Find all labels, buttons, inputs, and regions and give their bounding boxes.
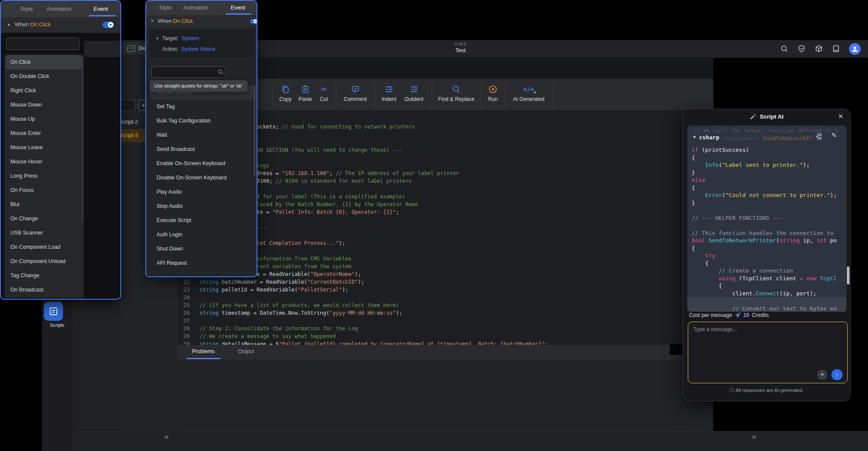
- event-option[interactable]: Long Press: [4, 169, 84, 183]
- tab-style[interactable]: Style: [20, 6, 33, 12]
- active-tab-underline: [187, 358, 221, 359]
- action-option[interactable]: Auth Login: [150, 228, 256, 242]
- action-option[interactable]: Shut Down: [150, 242, 256, 256]
- ai-code-line: // This function handles the connection …: [692, 229, 834, 237]
- action-value[interactable]: System Notice: [181, 46, 215, 52]
- target-value[interactable]: System: [182, 35, 199, 41]
- action-option[interactable]: Play Audio: [150, 185, 256, 199]
- tab-event[interactable]: Event: [94, 6, 108, 12]
- code-line: 13string labelTemplate = "Pallet Info: B…: [178, 208, 713, 216]
- cost-value: 10: [743, 312, 749, 318]
- action-option[interactable]: Send Broadcast: [150, 142, 256, 157]
- action-option[interactable]: Stop Audio: [150, 199, 256, 213]
- event-toggle[interactable]: [103, 22, 114, 28]
- chevron-down-icon[interactable]: ▼: [156, 37, 159, 41]
- ai-code-line: using (TcpClient client = new TcpCl: [692, 275, 837, 282]
- code-line: 19// Step 1: Gather information from CMS…: [178, 255, 713, 263]
- code-line: 17Info("Starting Pallet Completion Proce…: [178, 239, 713, 247]
- bottom-bar: « »: [72, 431, 868, 451]
- edit-pencil-icon[interactable]: ✎: [831, 132, 837, 139]
- package-icon[interactable]: [815, 44, 823, 53]
- tab-animation[interactable]: Animation: [47, 6, 72, 12]
- search-icon[interactable]: [780, 44, 789, 53]
- chevron-down-icon[interactable]: ▼: [693, 135, 696, 139]
- event-option[interactable]: Blur: [4, 197, 84, 212]
- magic-wand-icon: [750, 113, 756, 120]
- expand-right-icon[interactable]: »: [749, 432, 759, 441]
- ai-generated-button[interactable]: </> AI Generated: [507, 83, 550, 102]
- event-option[interactable]: On Double Click: [4, 69, 84, 84]
- target-action-box: ▼ Target: System Action: System Notice: [150, 30, 253, 58]
- code-line: 2using System.Net.Sockets; // Used for c…: [178, 123, 713, 131]
- ai-code-block[interactable]: // We call the helper function defined a…: [687, 125, 846, 312]
- book-icon[interactable]: [832, 44, 840, 53]
- attach-button[interactable]: +: [817, 370, 827, 380]
- action-list-scrollbar[interactable]: [254, 85, 255, 176]
- event-option[interactable]: Right Click: [4, 84, 84, 98]
- event-option[interactable]: On Component Unload: [4, 254, 84, 269]
- code-editor[interactable]: 1using System;2using System.Net.Sockets;…: [178, 110, 713, 345]
- info-icon: ⓘ: [730, 388, 736, 393]
- event-option[interactable]: Mouse Hover: [4, 155, 84, 169]
- chevron-down-icon[interactable]: ▼: [150, 19, 154, 23]
- outdent-button[interactable]: Outdent: [394, 83, 434, 102]
- send-button[interactable]: ↑: [831, 369, 843, 380]
- when-value[interactable]: On Click: [173, 18, 193, 24]
- action-option[interactable]: Bulk Tag Configuration: [150, 114, 256, 128]
- action-option-list: System NoticeSet TagBulk Tag Configurati…: [150, 85, 256, 270]
- ai-code-line: {: [692, 154, 695, 162]
- shield-check-icon[interactable]: [797, 44, 806, 53]
- event-option[interactable]: Tag Change: [4, 269, 84, 283]
- tab-event[interactable]: Event: [231, 4, 245, 11]
- action-option[interactable]: Set Tag: [150, 100, 256, 114]
- tooltip: Use straight quotes for strings: "str" o…: [150, 80, 248, 92]
- event-option[interactable]: Mouse Up: [4, 112, 84, 126]
- code-line: 21string operatorName = ReadVariable("Op…: [178, 270, 713, 278]
- action-option[interactable]: Execute Script: [150, 213, 256, 228]
- tab-animation[interactable]: Animation: [183, 4, 208, 11]
- action-option[interactable]: Wait: [150, 128, 256, 142]
- event-option[interactable]: Mouse Down: [4, 98, 84, 112]
- event-option-selected[interactable]: On Click: [6, 55, 82, 69]
- debug-code-icon: </>: [127, 45, 135, 52]
- when-value[interactable]: On Click: [30, 22, 50, 28]
- action-properties-panel: Style Animation Event ▼ When On Click ▼ …: [145, 0, 257, 277]
- event-toggle[interactable]: [250, 19, 257, 24]
- event-search-input[interactable]: [6, 38, 79, 50]
- collapse-left-icon[interactable]: «: [162, 432, 171, 441]
- event-option[interactable]: On Focus: [4, 183, 84, 197]
- code-line: 30string detailsMessage = $"Pallet {pall…: [178, 340, 713, 345]
- event-option[interactable]: USB Scanner: [4, 226, 84, 240]
- event-option[interactable]: On Change: [4, 212, 84, 226]
- bottom-tab-bar: Problems Output: [178, 345, 713, 360]
- user-avatar[interactable]: [849, 43, 861, 55]
- action-search-input[interactable]: [151, 66, 226, 78]
- insert-code-icon[interactable]: [815, 133, 822, 140]
- event-option[interactable]: On Broadcast: [4, 283, 84, 297]
- topbar-actions: [780, 43, 861, 55]
- event-option[interactable]: On Component Load: [4, 240, 84, 254]
- tab-problems[interactable]: Problems: [192, 348, 215, 354]
- code-line: 5// --- CONFIGURATION SECTION (You will …: [178, 146, 713, 154]
- action-option[interactable]: Enable On-Screen Keyboard: [150, 157, 256, 171]
- action-option[interactable]: Disable On-Screen Keyboard: [150, 171, 256, 185]
- ai-code-line: {: [692, 260, 708, 267]
- close-icon[interactable]: ✕: [838, 113, 843, 120]
- ai-code-line: Info("Label sent to printer.");: [692, 161, 810, 169]
- app-title: 2.38.0 Test: [426, 41, 495, 54]
- ai-code-line: // --- HELPER FUNCTIONS ---: [692, 214, 783, 222]
- version-label: 2.38.0: [426, 41, 495, 47]
- scripts-rail-label: Scripts: [42, 323, 72, 328]
- scripts-rail-button[interactable]: [44, 302, 63, 321]
- script-ai-scrollbar[interactable]: [847, 266, 849, 285]
- chevron-down-icon[interactable]: ▼: [7, 23, 11, 27]
- code-line: 7// Printer IP Settings: [178, 162, 713, 169]
- tab-style[interactable]: Style: [159, 4, 172, 11]
- tab-output[interactable]: Output: [238, 348, 254, 354]
- ghost-code-line: ntSuccess = SendToNetworkPrinter(s: [722, 135, 813, 141]
- action-option[interactable]: API Request: [150, 256, 256, 270]
- event-list-scrollbar[interactable]: [82, 57, 83, 221]
- code-line: 11// The text to send for your label (Th…: [178, 193, 713, 200]
- event-option[interactable]: Mouse Leave: [4, 141, 84, 155]
- event-option[interactable]: Mouse Enter: [4, 126, 84, 141]
